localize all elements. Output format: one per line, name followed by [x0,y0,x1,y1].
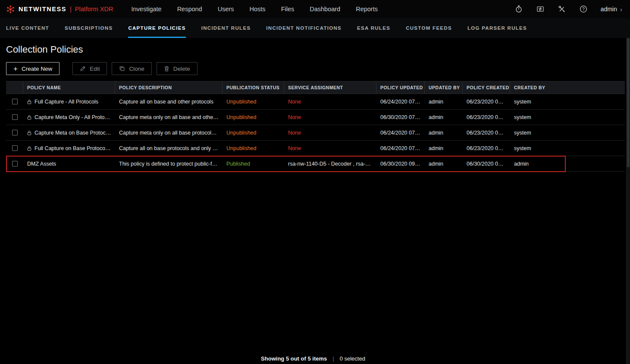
tab-live-content[interactable]: LIVE CONTENT [6,18,49,38]
items-count: Showing 5 out of 5 items [261,355,327,362]
policy-updated: 06/24/2020 07:1... [376,99,425,105]
edit-label: Edit [90,66,100,72]
row-checkbox[interactable] [12,130,18,135]
created-by: admin [510,161,625,167]
row-checkbox[interactable] [12,145,18,151]
column-header-updated-by[interactable]: UPDATED BY [425,82,463,94]
service-assignment: None [284,145,376,151]
lock-icon [27,115,31,120]
lock-icon [27,130,31,135]
column-header-publication-status[interactable]: PUBLICATION STATUS [223,82,284,94]
netwitness-logo-icon [6,5,15,14]
service-assignment: rsa-nw-1140-D5 - Decoder , rsa-nw-... [284,161,376,167]
policy-name-cell: Capture Meta on Base Protocols, ... [23,130,115,136]
jobs-icon[interactable] [536,5,545,13]
table-row[interactable]: DMZ AssetsThis policy is defined to prot… [6,156,625,172]
column-header-created-by[interactable]: CREATED BY [510,82,625,94]
column-header-policy-updated[interactable]: POLICY UPDATED [376,82,425,94]
publication-status: Unpublished [223,130,284,136]
netwitness-brand[interactable]: NETWITNESS | Platform XDR [6,5,113,14]
column-header-policy-created[interactable]: POLICY CREATED [463,82,510,94]
row-checkbox[interactable] [12,161,18,166]
pencil-icon [80,66,86,72]
toolbar: + Create New Edit Clone [6,62,625,75]
nav-item-investigate[interactable]: Investigate [131,6,161,13]
clone-icon [119,66,125,72]
timer-icon[interactable] [514,5,523,13]
policy-updated: 06/24/2020 07:2... [376,145,425,151]
created-by: system [510,114,625,120]
table-row[interactable]: Capture Meta Only - All ProtocolsCapture… [6,110,625,125]
create-new-button[interactable]: + Create New [6,62,60,75]
nav-item-files[interactable]: Files [281,6,295,13]
table-body: Full Capture - All ProtocolsCapture all … [6,94,625,172]
clone-button[interactable]: Clone [112,62,151,75]
tab-custom-feeds[interactable]: CUSTOM FEEDS [406,18,452,38]
policy-name: Capture Meta on Base Protocols, ... [34,130,111,136]
row-actions-group: Edit Clone Delete [72,62,197,75]
nav-item-users[interactable]: Users [218,6,234,13]
column-header-policy-name[interactable]: POLICY NAME [23,82,115,94]
edit-button[interactable]: Edit [72,62,107,75]
plus-icon: + [13,65,18,72]
publication-status: Unpublished [223,145,284,151]
scrollbar[interactable] [626,38,630,364]
tools-icon[interactable] [558,5,566,13]
row-select-cell [6,130,23,135]
table-row[interactable]: Full Capture on Base Protocols, ...Captu… [6,141,625,156]
admin-secondary-nav: LIVE CONTENTSUBSCRIPTIONSCAPTURE POLICIE… [0,18,630,38]
delete-button[interactable]: Delete [157,62,197,75]
tab-incident-rules[interactable]: INCIDENT RULES [201,18,251,38]
policy-updated: 06/24/2020 07:2... [376,130,425,136]
table-row[interactable]: Capture Meta on Base Protocols, ...Captu… [6,125,625,141]
policy-name-cell: Full Capture on Base Protocols, ... [23,145,115,151]
collection-policies-table: POLICY NAMEPOLICY DESCRIPTIONPUBLICATION… [6,81,625,172]
delete-label: Delete [173,66,190,72]
policy-name: Full Capture on Base Protocols, ... [34,145,111,151]
policy-created: 06/23/2020 04:2... [463,130,510,136]
policy-description: Capture all on base protocols and only m… [115,145,223,151]
policy-created: 06/23/2020 04:2... [463,114,510,120]
policy-name-cell: Capture Meta Only - All Protocols [23,114,115,120]
row-checkbox[interactable] [12,114,18,120]
policy-description: Capture meta only on all base protocols … [115,130,223,136]
lock-icon [27,146,31,151]
user-menu[interactable]: admin › [601,6,622,13]
chevron-right-icon: › [620,6,622,13]
tab-incident-notifications[interactable]: INCIDENT NOTIFICATIONS [266,18,342,38]
policy-name: DMZ Assets [27,161,56,167]
updated-by: admin [425,145,463,151]
tab-log-parser-rules[interactable]: LOG PARSER RULES [467,18,527,38]
table-row[interactable]: Full Capture - All ProtocolsCapture all … [6,94,625,110]
policy-name: Full Capture - All Protocols [34,99,98,105]
tab-subscriptions[interactable]: SUBSCRIPTIONS [65,18,113,38]
tab-esa-rules[interactable]: ESA RULES [357,18,390,38]
policy-created: 06/30/2020 08:3... [463,161,510,167]
tab-capture-policies[interactable]: CAPTURE POLICIES [128,18,185,38]
publication-status: Published [223,161,284,167]
updated-by: admin [425,99,463,105]
page-title: Collection Policies [6,44,625,55]
selected-count: 0 selected [340,355,365,362]
policy-updated: 06/30/2020 09:1... [376,161,425,167]
policy-description: Capture all on base and other protocols [115,99,223,105]
created-by: system [510,145,625,151]
row-select-cell [6,99,23,104]
nav-item-reports[interactable]: Reports [356,6,378,13]
updated-by: admin [425,130,463,136]
row-select-cell [6,161,23,166]
publication-status: Unpublished [223,99,284,105]
nav-item-respond[interactable]: Respond [177,6,202,13]
policy-updated: 06/30/2020 07:5... [376,114,425,120]
table-footer: Showing 5 out of 5 items | 0 selected [0,355,626,362]
column-header-policy-description[interactable]: POLICY DESCRIPTION [115,82,223,94]
row-checkbox[interactable] [12,99,18,104]
main-nav: InvestigateRespondUsersHostsFilesDashboa… [131,6,377,13]
row-select-cell [6,145,23,151]
scrollbar-thumb[interactable] [627,38,630,167]
nav-item-hosts[interactable]: Hosts [250,6,266,13]
created-by: system [510,99,625,105]
nav-item-dashboard[interactable]: Dashboard [310,6,340,13]
help-icon[interactable]: ? [579,5,588,13]
column-header-service-assignment[interactable]: SERVICE ASSIGNMENT [284,82,376,94]
